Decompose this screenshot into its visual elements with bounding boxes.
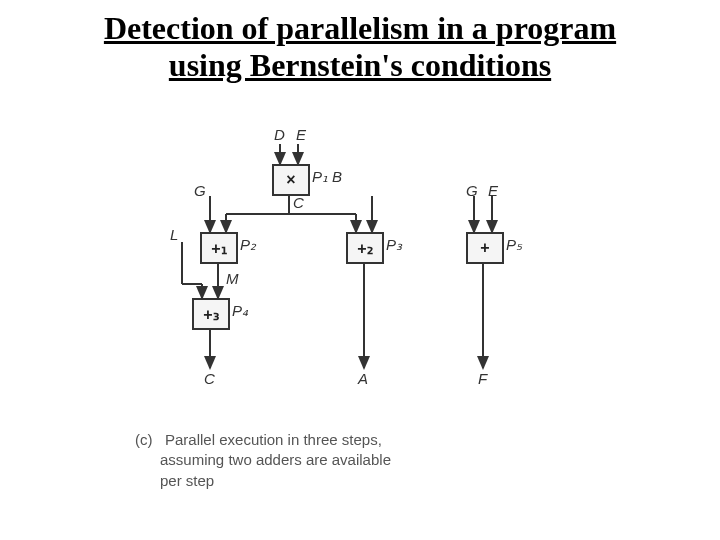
caption-line-2: assuming two adders are available [160, 451, 391, 468]
node-p3: +₂ [346, 232, 384, 264]
node-p4-op: +₃ [203, 305, 218, 324]
signal-g: G [194, 182, 206, 199]
node-p3-label: P₃ [386, 236, 402, 254]
signal-ge-e: E [488, 182, 498, 199]
figure-caption: (c) Parallel execution in three steps, a… [135, 430, 391, 491]
node-p1: × [272, 164, 310, 196]
signal-d: D [274, 126, 285, 143]
title-line-2: using Bernstein's conditions [169, 47, 551, 83]
node-p4-label: P₄ [232, 302, 248, 320]
node-p2-label: P₂ [240, 236, 256, 254]
signal-a-out: A [358, 370, 368, 387]
signal-e: E [296, 126, 306, 143]
dataflow-diagram: D E × P₁ B C G +₁ P₂ L M +₂ P₃ +₃ P₄ G E… [130, 140, 590, 420]
title-line-1: Detection of parallelism in a program [104, 10, 616, 46]
node-p1-label: P₁ [312, 168, 328, 186]
signal-f-out: F [478, 370, 487, 387]
node-p1-op: × [286, 171, 295, 189]
node-p4: +₃ [192, 298, 230, 330]
caption-line-1: Parallel execution in three steps, [165, 431, 382, 448]
signal-l: L [170, 226, 178, 243]
signal-b-top: B [332, 168, 342, 185]
caption-line-3: per step [160, 472, 214, 489]
node-p3-op: +₂ [357, 239, 372, 258]
node-p5-label: P₅ [506, 236, 522, 254]
signal-ge-g: G [466, 182, 478, 199]
signal-c-out: C [204, 370, 215, 387]
node-p5-op: + [480, 239, 489, 257]
signal-m: M [226, 270, 239, 287]
node-p2: +₁ [200, 232, 238, 264]
node-p5: + [466, 232, 504, 264]
signal-c-top: C [293, 194, 304, 211]
page-title: Detection of parallelism in a program us… [0, 10, 720, 84]
caption-tag: (c) [135, 431, 153, 448]
node-p2-op: +₁ [211, 239, 226, 258]
